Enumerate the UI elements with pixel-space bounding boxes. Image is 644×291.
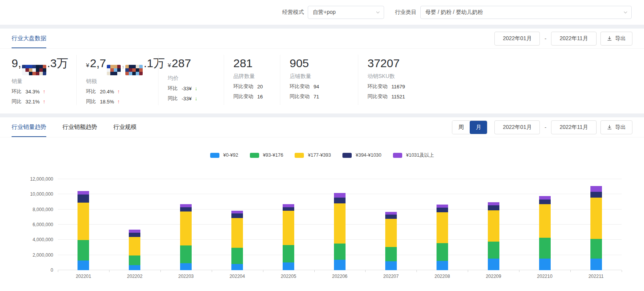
bar-segment[interactable] (334, 244, 346, 260)
kpi-card-shop-count: 905 店铺数量 环比变动94 同比变动71 (280, 55, 358, 105)
bar-segment[interactable] (180, 263, 192, 270)
bar-segment[interactable] (129, 233, 140, 237)
bar-segment[interactable] (590, 192, 602, 198)
bar-segment[interactable] (488, 242, 499, 259)
bar-segment[interactable] (283, 207, 294, 211)
bar-segment[interactable] (231, 218, 243, 248)
business-mode-label: 经营模式 (282, 9, 304, 16)
legend-item[interactable]: ¥1031及以上 (393, 152, 434, 159)
legend-item[interactable]: ¥177-¥393 (295, 152, 331, 158)
stacked-bar-202208[interactable] (437, 205, 448, 270)
tab-industry-sales-volume-trend[interactable]: 行业销量趋势 (12, 117, 46, 137)
bar-segment[interactable] (231, 211, 243, 213)
trend-date-start[interactable]: 2022年01月 (494, 120, 540, 134)
chart-legend: ¥0-¥92¥93-¥176¥177-¥393¥394-¥1030¥1031及以… (0, 151, 644, 159)
bar-segment[interactable] (385, 212, 397, 215)
bar-segment[interactable] (488, 202, 499, 205)
bar-segment[interactable] (539, 204, 551, 238)
bar-segment[interactable] (231, 213, 243, 218)
x-axis-tick (58, 270, 58, 272)
bar-segment[interactable] (129, 230, 140, 233)
overview-date-end[interactable]: 2022年11月 (551, 32, 597, 46)
bar-segment[interactable] (180, 204, 192, 207)
period-toggle-week[interactable]: 周 (452, 121, 470, 134)
bar-segment[interactable] (385, 219, 397, 247)
censored-digits-mosaic (125, 65, 143, 75)
bar-segment[interactable] (180, 207, 192, 211)
bar-segment[interactable] (283, 245, 294, 262)
x-axis-tick (314, 270, 315, 272)
bar-segment[interactable] (78, 195, 89, 203)
bar-segment[interactable] (590, 239, 602, 259)
period-toggle-month[interactable]: 月 (470, 121, 487, 134)
kpi-label: 销额 (86, 78, 151, 85)
bar-segment[interactable] (129, 237, 140, 255)
bar-segment[interactable] (539, 238, 551, 259)
business-mode-select[interactable]: 自营+pop (308, 6, 384, 19)
trend-arrow-icon: ↑ (43, 98, 46, 105)
kpi-label: 动销SKU数 (368, 73, 443, 80)
tab-industry-sales-amount-trend[interactable]: 行业销额趋势 (62, 117, 97, 137)
bar-segment[interactable] (129, 265, 140, 270)
category-select[interactable]: 母婴 / 奶粉 / 婴幼儿奶粉 (420, 6, 632, 19)
legend-item[interactable]: ¥0-¥92 (210, 152, 238, 158)
overview-date-start[interactable]: 2022年01月 (494, 32, 540, 46)
bar-segment[interactable] (231, 248, 243, 264)
stacked-bar-202209[interactable] (488, 202, 499, 270)
bar-segment[interactable] (590, 198, 602, 239)
stacked-bar-202205[interactable] (283, 204, 294, 270)
trend-date-end[interactable]: 2022年11月 (551, 120, 597, 134)
stacked-bar-202202[interactable] (129, 230, 140, 270)
bar-segment[interactable] (488, 210, 499, 242)
bar-segment[interactable] (231, 264, 243, 270)
bar-segment[interactable] (385, 247, 397, 261)
bar-segment[interactable] (283, 211, 294, 245)
bar-segment[interactable] (180, 211, 192, 245)
bar-segment[interactable] (437, 212, 448, 243)
stacked-bar-202207[interactable] (385, 212, 397, 270)
bar-segment[interactable] (78, 191, 89, 195)
trend-export-button[interactable]: 导出 (600, 120, 632, 134)
trend-arrow-icon: ↓ (195, 85, 197, 91)
bar-segment[interactable] (283, 204, 294, 207)
legend-item[interactable]: ¥394-¥1030 (342, 152, 381, 158)
bar-segment[interactable] (180, 245, 192, 263)
bar-segment[interactable] (437, 243, 448, 261)
bar-segment[interactable] (590, 186, 602, 192)
bar-segment[interactable] (283, 262, 294, 270)
tab-industry-scale[interactable]: 行业规模 (113, 117, 137, 137)
stacked-bar-202206[interactable] (334, 193, 346, 270)
bar-segment[interactable] (385, 215, 397, 219)
bar-segment[interactable] (78, 240, 89, 261)
kpi-label: 店铺数量 (290, 73, 351, 80)
legend-item[interactable]: ¥93-¥176 (250, 152, 283, 158)
bar-segment[interactable] (129, 255, 140, 265)
bar-segment[interactable] (334, 260, 346, 270)
bar-segment[interactable] (437, 261, 448, 270)
censored-digits-mosaic (107, 65, 121, 75)
stacked-bar-202203[interactable] (180, 204, 192, 270)
bar-segment[interactable] (488, 259, 499, 270)
stacked-bar-202211[interactable] (590, 186, 602, 270)
bar-segment[interactable] (385, 261, 397, 270)
bar-segment[interactable] (334, 203, 346, 244)
y-axis-label: 2,000,000 (0, 252, 53, 258)
bar-slot (160, 179, 212, 270)
stacked-bar-202201[interactable] (78, 191, 89, 270)
stacked-bar-202204[interactable] (231, 211, 243, 270)
bar-segment[interactable] (78, 203, 89, 240)
bar-segment[interactable] (539, 200, 551, 204)
kpi-card-sales-volume: 9,.3万 销量 环比34.3%↑ 同比32.1%↑ (12, 55, 76, 105)
bar-segment[interactable] (539, 259, 551, 270)
bar-segment[interactable] (78, 261, 89, 270)
bar-segment[interactable] (334, 193, 346, 198)
stacked-bar-202210[interactable] (539, 196, 551, 270)
bar-segment[interactable] (437, 208, 448, 212)
tab-industry-overview[interactable]: 行业大盘数据 (12, 29, 46, 48)
bar-segment[interactable] (488, 205, 499, 210)
bar-segment[interactable] (539, 196, 551, 200)
bar-segment[interactable] (437, 205, 448, 208)
bar-segment[interactable] (590, 259, 602, 270)
overview-export-button[interactable]: 导出 (600, 32, 632, 46)
bar-segment[interactable] (334, 198, 346, 203)
